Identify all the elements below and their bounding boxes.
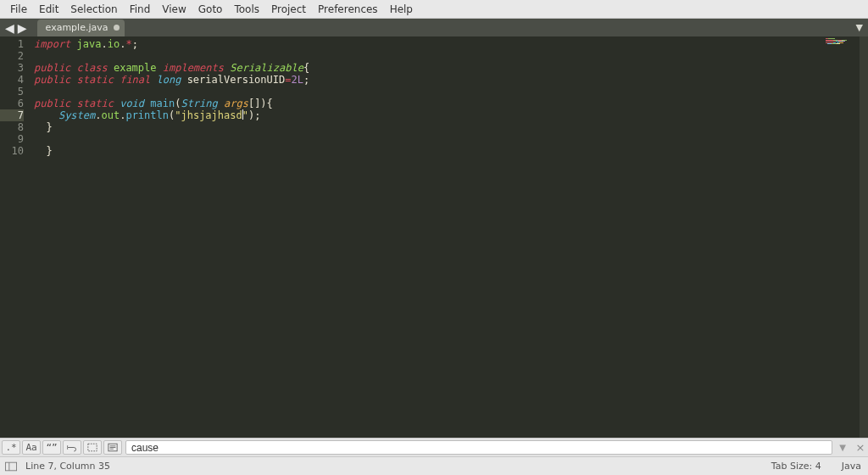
status-bar: Line 7, Column 35 Tab Size: 4 Java: [0, 456, 868, 475]
svg-rect-5: [5, 462, 16, 471]
gutter-line[interactable]: 2: [0, 50, 24, 62]
gutter-line[interactable]: 6: [0, 98, 24, 109]
code-editor[interactable]: 12345678910 import java.io.*; public cla…: [0, 36, 868, 438]
code-line: [29, 50, 868, 62]
tab-bar: ◀ ▶ example.java ▼: [0, 19, 868, 36]
menu-goto[interactable]: Goto: [193, 2, 228, 17]
tab-next-icon[interactable]: ▶: [18, 22, 27, 34]
find-highlight-toggle[interactable]: [103, 440, 122, 455]
gutter-line[interactable]: 10: [0, 145, 24, 157]
gutter-line[interactable]: 4: [0, 74, 24, 86]
find-history-icon[interactable]: ▼: [836, 443, 849, 452]
find-inselection-toggle[interactable]: [83, 440, 102, 455]
gutter-line[interactable]: 8: [0, 121, 24, 133]
menu-tools[interactable]: Tools: [229, 2, 264, 17]
code-line: }: [29, 121, 868, 133]
tab-overflow-icon[interactable]: ▼: [856, 22, 863, 33]
code-line: public static void main(String args[]){: [29, 98, 868, 109]
gutter-line[interactable]: 7: [0, 109, 24, 121]
tab-nav: ◀ ▶: [0, 19, 32, 36]
svg-rect-0: [88, 444, 97, 451]
gutter: 12345678910: [0, 36, 29, 438]
tab-dirty-icon: [114, 25, 120, 31]
code-line: }: [29, 145, 868, 157]
menu-view[interactable]: View: [157, 2, 191, 17]
code-line: [29, 133, 868, 145]
find-input[interactable]: [125, 440, 832, 455]
status-cursor-pos[interactable]: Line 7, Column 35: [25, 461, 110, 472]
status-language[interactable]: Java: [842, 461, 861, 472]
menu-find[interactable]: Find: [125, 2, 156, 17]
tab-file-label: example.java: [46, 22, 108, 33]
code-line: public static final long serialVersionUI…: [29, 74, 868, 86]
menu-edit[interactable]: Edit: [34, 2, 64, 17]
code-line: System.out.println("jhsjajhasd");: [29, 109, 868, 121]
find-bar: .* Aa “” ▼ ×: [0, 438, 868, 456]
find-case-toggle[interactable]: Aa: [22, 440, 41, 455]
panel-switch-icon[interactable]: [5, 461, 17, 472]
find-regex-toggle[interactable]: .*: [2, 440, 20, 455]
tab-file[interactable]: example.java: [37, 20, 125, 36]
menubar: File Edit Selection Find View Goto Tools…: [0, 0, 868, 19]
gutter-line[interactable]: 5: [0, 86, 24, 98]
find-wrap-toggle[interactable]: [63, 440, 81, 455]
find-wholeword-toggle[interactable]: “”: [42, 440, 61, 455]
tab-prev-icon[interactable]: ◀: [5, 22, 14, 34]
code-area[interactable]: import java.io.*; public class example i…: [29, 36, 868, 438]
gutter-line[interactable]: 9: [0, 133, 24, 145]
editor-scrollbar[interactable]: [860, 36, 868, 438]
status-tab-size[interactable]: Tab Size: 4: [771, 461, 821, 472]
gutter-line[interactable]: 1: [0, 38, 24, 50]
code-line: public class example implements Serializ…: [29, 62, 868, 74]
menu-help[interactable]: Help: [385, 2, 418, 17]
menu-project[interactable]: Project: [266, 2, 311, 17]
menu-file[interactable]: File: [5, 2, 32, 17]
gutter-line[interactable]: 3: [0, 62, 24, 74]
menu-preferences[interactable]: Preferences: [313, 2, 383, 17]
menu-selection[interactable]: Selection: [65, 2, 122, 17]
find-close-icon[interactable]: ×: [854, 441, 866, 454]
code-line: import java.io.*;: [29, 38, 868, 50]
code-line: [29, 86, 868, 98]
